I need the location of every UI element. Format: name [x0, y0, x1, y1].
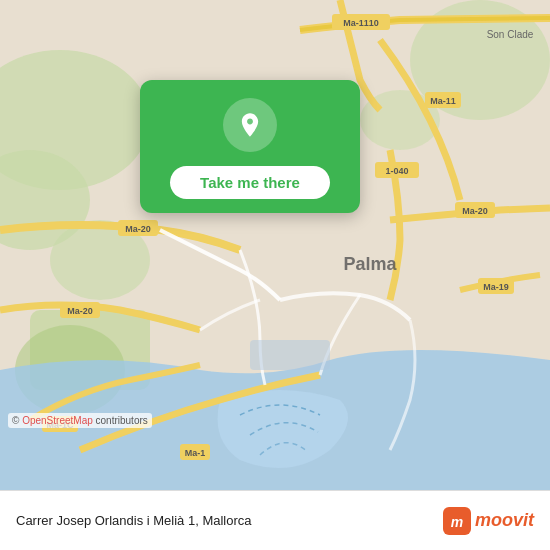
- moovit-logo-text: moovit: [475, 510, 534, 531]
- svg-text:Ma-11: Ma-11: [430, 96, 456, 106]
- openstreetmap-link[interactable]: OpenStreetMap: [22, 415, 93, 426]
- svg-text:Ma-1110: Ma-1110: [343, 18, 379, 28]
- address-text: Carrer Josep Orlandis i Melià 1, Mallorc…: [16, 513, 443, 528]
- svg-text:Ma-19: Ma-19: [483, 282, 509, 292]
- svg-rect-28: [250, 340, 330, 370]
- take-me-there-button[interactable]: Take me there: [170, 166, 330, 199]
- svg-text:1-040: 1-040: [385, 166, 408, 176]
- svg-text:Palma: Palma: [343, 254, 397, 274]
- popup-card: Take me there: [140, 80, 360, 213]
- location-pin-icon: [236, 111, 264, 139]
- attribution-suffix: contributors: [93, 415, 148, 426]
- bottom-bar: Carrer Josep Orlandis i Melià 1, Mallorc…: [0, 490, 550, 550]
- svg-text:Ma-20: Ma-20: [125, 224, 151, 234]
- svg-text:Ma-1: Ma-1: [185, 448, 206, 458]
- moovit-logo: m moovit: [443, 507, 534, 535]
- moovit-logo-icon: m: [443, 507, 471, 535]
- svg-text:Ma-20: Ma-20: [462, 206, 488, 216]
- attribution-prefix: ©: [12, 415, 22, 426]
- svg-text:m: m: [451, 514, 463, 530]
- svg-text:Ma-20: Ma-20: [67, 306, 93, 316]
- svg-text:Son Clade: Son Clade: [487, 29, 534, 40]
- attribution: © OpenStreetMap contributors: [8, 413, 152, 428]
- map-container: Ma-1110 Ma-11 Ma-20 Ma-20 Ma-1C Ma-1 1-0…: [0, 0, 550, 490]
- location-icon-circle: [223, 98, 277, 152]
